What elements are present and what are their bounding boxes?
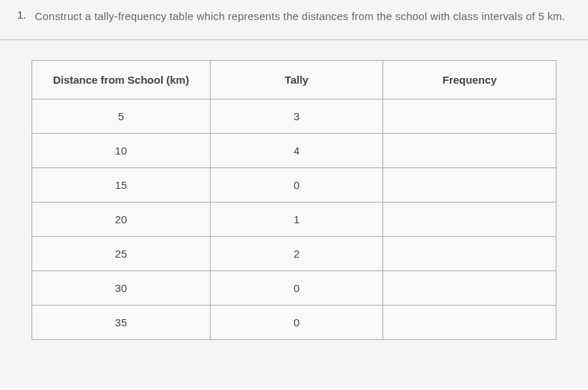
header-tally: Tally	[210, 60, 383, 99]
cell-distance: 30	[32, 270, 211, 305]
cell-frequency[interactable]	[383, 202, 556, 236]
header-frequency: Frequency	[383, 60, 556, 99]
tally-frequency-table: Distance from School (km) Tally Frequenc…	[32, 60, 556, 340]
cell-tally: 2	[210, 236, 383, 270]
cell-frequency[interactable]	[383, 236, 556, 270]
table-row: 35 0	[32, 305, 556, 339]
cell-distance: 15	[32, 167, 211, 202]
cell-tally: 1	[210, 202, 383, 236]
cell-frequency[interactable]	[383, 270, 556, 305]
table-row: 15 0	[32, 167, 556, 202]
cell-distance: 5	[32, 99, 211, 133]
table-header-row: Distance from School (km) Tally Frequenc…	[32, 60, 556, 99]
cell-distance: 25	[32, 236, 211, 270]
cell-tally: 0	[210, 305, 383, 339]
cell-tally: 0	[210, 167, 383, 202]
table-row: 30 0	[32, 270, 556, 305]
divider	[0, 39, 588, 40]
table-row: 20 1	[32, 202, 556, 236]
cell-tally: 4	[210, 133, 383, 167]
cell-frequency[interactable]	[383, 167, 556, 202]
cell-distance: 20	[32, 202, 211, 236]
table-row: 10 4	[32, 133, 556, 167]
table-body: 5 3 10 4 15 0 20 1 25 2	[32, 99, 556, 339]
cell-frequency[interactable]	[383, 133, 556, 167]
question-text: Construct a tally-frequency table which …	[35, 9, 566, 25]
question-number: 1.	[17, 9, 26, 25]
cell-distance: 10	[32, 133, 211, 167]
table-row: 5 3	[32, 99, 556, 133]
cell-frequency[interactable]	[383, 99, 556, 133]
cell-distance: 35	[32, 305, 211, 339]
cell-tally: 0	[210, 270, 383, 305]
header-distance: Distance from School (km)	[32, 60, 211, 99]
question-block: 1. Construct a tally-frequency table whi…	[17, 9, 571, 25]
table-row: 25 2	[32, 236, 556, 270]
cell-frequency[interactable]	[383, 305, 556, 339]
tally-frequency-table-container: Distance from School (km) Tally Frequenc…	[17, 60, 571, 340]
cell-tally: 3	[210, 99, 383, 133]
